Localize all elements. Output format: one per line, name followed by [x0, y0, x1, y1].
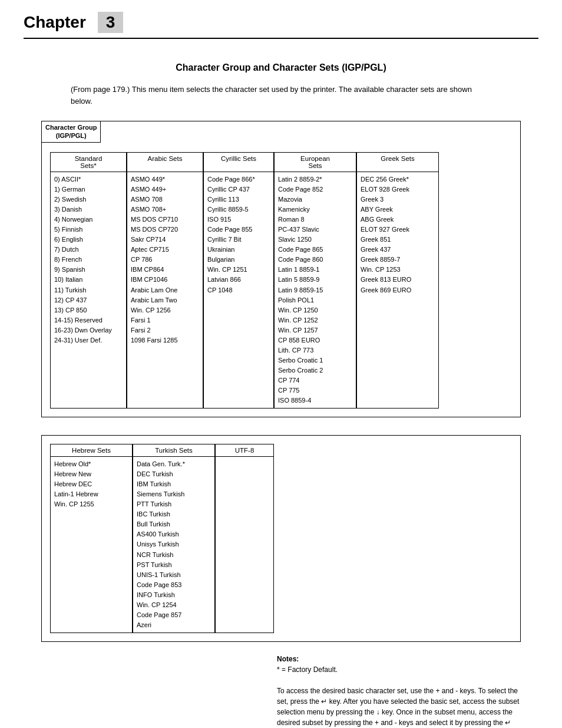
notes-content: Notes: * = Factory Default. To access th…	[277, 654, 521, 728]
standard-sets-header: StandardSets*	[50, 152, 127, 172]
section-title: Character Group and Character Sets (IGP/…	[24, 62, 538, 73]
greek-sets-data: DEC 256 Greek*ELOT 928 GreekGreek 3ABY G…	[356, 172, 439, 409]
cyrillic-sets-data: Code Page 866*Cyrillic CP 437Cyrillic 11…	[203, 172, 274, 409]
bottom-data: Hebrew Old*Hebrew NewHebrew DECLatin-1 H…	[50, 457, 512, 633]
notes-label: Notes:	[277, 654, 521, 664]
columns-data: 0) ASCII*1) German2) Swedish3) Danish4) …	[50, 172, 512, 409]
standard-sets-data: 0) ASCII*1) German2) Swedish3) Danish4) …	[50, 172, 127, 409]
factory-default-note: * = Factory Default.	[277, 664, 521, 675]
chapter-number: 3	[98, 12, 124, 33]
european-sets-data: Latin 2 8859-2*Code Page 852MazoviaKamen…	[274, 172, 356, 409]
column-headers-row: StandardSets* Arabic Sets Cyrillic Sets …	[50, 152, 512, 172]
bottom-headers: Hebrew Sets Turkish Sets UTF-8	[50, 444, 512, 457]
greek-sets-header: Greek Sets	[356, 152, 439, 172]
arabic-sets-header: Arabic Sets	[127, 152, 203, 172]
european-sets-header: EuropeanSets	[274, 152, 356, 172]
char-group-label: Character Group (IGP/PGL)	[41, 121, 101, 143]
main-diagram: Character Group (IGP/PGL) StandardSets* …	[41, 121, 521, 417]
hebrew-sets-data: Hebrew Old*Hebrew NewHebrew DECLatin-1 H…	[50, 457, 133, 633]
turkish-sets-header: Turkish Sets	[133, 444, 215, 457]
hebrew-sets-header: Hebrew Sets	[50, 444, 133, 457]
intro-text: (From page 179.) This menu item selects …	[71, 84, 491, 107]
bottom-diagram: Hebrew Sets Turkish Sets UTF-8 Hebrew Ol…	[41, 435, 521, 642]
chapter-label: Chapter	[24, 13, 86, 32]
notes-area: Notes: * = Factory Default. To access th…	[41, 654, 521, 728]
utf8-data	[215, 457, 274, 633]
turkish-sets-data: Data Gen. Turk.*DEC TurkishIBM TurkishSi…	[133, 457, 215, 633]
arabic-sets-data: ASMO 449*ASMO 449+ASMO 708ASMO 708+MS DO…	[127, 172, 203, 409]
utf8-header: UTF-8	[215, 444, 274, 457]
cyrillic-sets-header: Cyrillic Sets	[203, 152, 274, 172]
notes-body: To access the desired basic character se…	[277, 686, 521, 728]
chapter-header: Chapter 3	[24, 12, 538, 39]
